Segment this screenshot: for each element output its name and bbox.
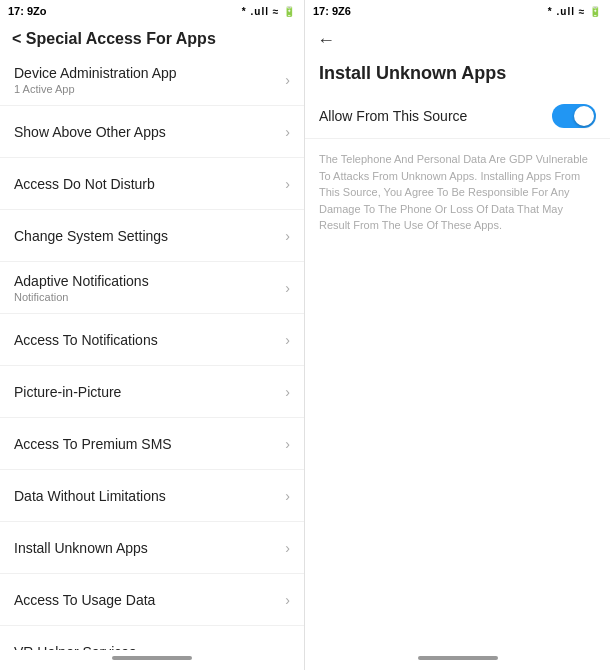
right-status-bar: 17: 9Z6 * .ull ≈ 🔋: [305, 0, 610, 22]
item-title-access-notif: Access To Notifications: [14, 332, 285, 348]
list-item-vr-helper[interactable]: VR Helper Services ›: [0, 626, 304, 650]
list-item-pip[interactable]: Picture-in-Picture ›: [0, 366, 304, 418]
item-title-system-settings: Change System Settings: [14, 228, 285, 244]
right-panel: 17: 9Z6 * .ull ≈ 🔋 ← Install Unknown App…: [305, 0, 610, 670]
item-title-usage-data: Access To Usage Data: [14, 592, 285, 608]
chevron-icon-6: ›: [285, 384, 290, 400]
item-title-pip: Picture-in-Picture: [14, 384, 285, 400]
item-subtitle-adaptive-notif: Notification: [14, 291, 285, 303]
item-title-device-admin: Device Administration App: [14, 65, 285, 81]
left-panel: 17: 9Zo * .ull ≈ 🔋 < Special Access For …: [0, 0, 305, 670]
item-title-adaptive-notif: Adaptive Notifications: [14, 273, 285, 289]
list-item-premium-sms[interactable]: Access To Premium SMS ›: [0, 418, 304, 470]
right-status-time: 17: 9Z6: [313, 5, 351, 17]
warning-text: The Telephone And Personal Data Are GDP …: [305, 139, 610, 246]
chevron-icon-7: ›: [285, 436, 290, 452]
item-title-premium-sms: Access To Premium SMS: [14, 436, 285, 452]
toggle-label: Allow From This Source: [319, 108, 467, 124]
allow-from-source-row[interactable]: Allow From This Source: [305, 94, 610, 139]
list-item-device-admin[interactable]: Device Administration App 1 Active App ›: [0, 54, 304, 106]
right-panel-title: Install Unknown Apps: [305, 57, 610, 94]
item-title-data-no-limit: Data Without Limitations: [14, 488, 285, 504]
item-title-show-above: Show Above Other Apps: [14, 124, 285, 140]
item-subtitle-device-admin: 1 Active App: [14, 83, 285, 95]
list-item-usage-data[interactable]: Access To Usage Data ›: [0, 574, 304, 626]
left-bottom-bar: [0, 650, 304, 670]
list-item-access-notif[interactable]: Access To Notifications ›: [0, 314, 304, 366]
chevron-icon-9: ›: [285, 540, 290, 556]
list-item-install-unknown[interactable]: Install Unknown Apps ›: [0, 522, 304, 574]
item-title-install-unknown: Install Unknown Apps: [14, 540, 285, 556]
right-back-button[interactable]: ←: [305, 22, 610, 57]
left-status-bar: 17: 9Zo * .ull ≈ 🔋: [0, 0, 304, 22]
left-panel-title: < Special Access For Apps: [12, 30, 216, 48]
left-status-icons: * .ull ≈ 🔋: [242, 6, 296, 17]
right-bottom-bar: [305, 650, 610, 670]
chevron-icon-5: ›: [285, 332, 290, 348]
list-item-data-no-limit[interactable]: Data Without Limitations ›: [0, 470, 304, 522]
list-item-adaptive-notif[interactable]: Adaptive Notifications Notification ›: [0, 262, 304, 314]
item-title-do-not-disturb: Access Do Not Disturb: [14, 176, 285, 192]
left-status-time: 17: 9Zo: [8, 5, 47, 17]
left-home-indicator: [112, 656, 192, 660]
right-home-indicator: [418, 656, 498, 660]
list-item-system-settings[interactable]: Change System Settings ›: [0, 210, 304, 262]
list-item-do-not-disturb[interactable]: Access Do Not Disturb ›: [0, 158, 304, 210]
list-item-show-above[interactable]: Show Above Other Apps ›: [0, 106, 304, 158]
back-arrow-icon: ←: [317, 30, 335, 51]
right-status-icons: * .ull ≈ 🔋: [548, 6, 602, 17]
toggle-thumb: [574, 106, 594, 126]
toggle-switch[interactable]: [552, 104, 596, 128]
chevron-icon-3: ›: [285, 228, 290, 244]
chevron-icon-10: ›: [285, 592, 290, 608]
left-list: Device Administration App 1 Active App ›…: [0, 54, 304, 650]
chevron-icon-0: ›: [285, 72, 290, 88]
chevron-icon-8: ›: [285, 488, 290, 504]
left-header[interactable]: < Special Access For Apps: [0, 22, 304, 54]
chevron-icon-4: ›: [285, 280, 290, 296]
chevron-icon-2: ›: [285, 176, 290, 192]
chevron-icon-1: ›: [285, 124, 290, 140]
